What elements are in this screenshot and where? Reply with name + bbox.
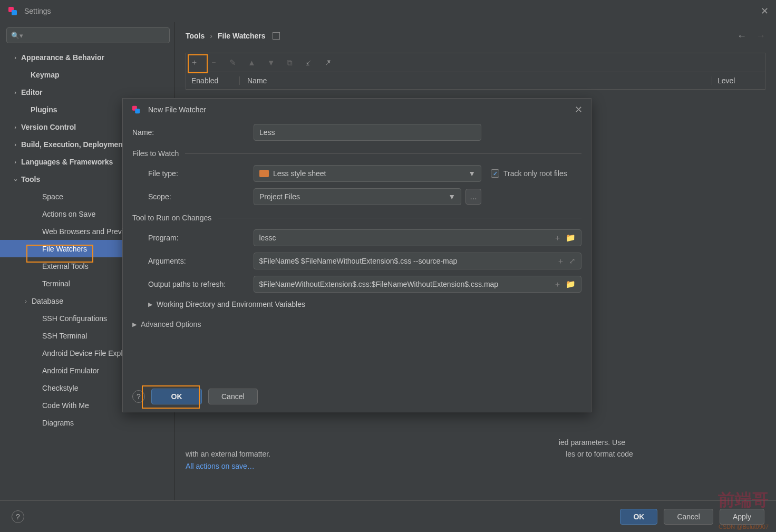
sidebar-item-label: SSH Configurations [42, 314, 107, 323]
arguments-label: Arguments: [148, 257, 254, 265]
sidebar-item-label: Checkstyle [42, 384, 78, 392]
chevron-icon: ⌄ [12, 176, 19, 182]
advanced-options-expander[interactable]: ▶ Advanced Options [132, 320, 581, 328]
sidebar-item-label: External Tools [42, 262, 89, 270]
sidebar-item-label: Plugins [31, 105, 57, 114]
chevron-down-icon: ▼ [448, 192, 455, 201]
browse-folder-icon[interactable]: 📁 [566, 233, 576, 242]
watchers-toolbar: ＋ － ✎ ▲ ▼ ⧉ ⭹ ⭷ [186, 53, 765, 72]
sidebar-item-diagrams[interactable]: Diagrams [0, 414, 174, 431]
scope-browse-button[interactable]: … [465, 189, 481, 205]
sidebar-item-label: Build, Execution, Deployment [21, 140, 125, 149]
sidebar-item-label: Space [42, 192, 63, 201]
breadcrumb-leaf: File Watchers [218, 32, 266, 40]
track-root-label: Track only root files [503, 169, 567, 178]
chevron-icon: › [12, 141, 19, 148]
chevron-down-icon: ▼ [468, 169, 476, 178]
tool-to-run-section: Tool to Run on Changes [132, 214, 211, 222]
program-label: Program: [148, 234, 254, 242]
sidebar-item-label: Diagrams [42, 419, 74, 427]
output-paths-label: Output paths to refresh: [148, 280, 254, 288]
chevron-icon: › [22, 298, 30, 304]
settings-bottombar: ? OK Cancel Apply [0, 500, 776, 532]
program-input[interactable]: lessc ＋ 📁 [254, 229, 582, 246]
titlebar: Settings ✕ [0, 0, 776, 22]
track-root-checkbox[interactable]: ✓ [491, 169, 499, 178]
forward-arrow-icon: → [756, 31, 765, 42]
search-input[interactable]: 🔍▾ [6, 27, 170, 43]
output-paths-input[interactable]: $FileNameWithoutExtension$.css:$FileName… [254, 276, 582, 293]
import-button[interactable]: ⭹ [304, 58, 312, 67]
name-input[interactable]: Less [254, 124, 481, 141]
expand-arrow-icon: ▶ [148, 301, 152, 308]
expand-arrow-icon: ▶ [132, 321, 137, 328]
sidebar-item-keymap[interactable]: Keymap [0, 66, 174, 83]
all-actions-link[interactable]: All actions on save… [186, 460, 765, 472]
app-logo-icon [7, 6, 18, 16]
hint-text: ied parameters. Use with an external for… [186, 437, 765, 472]
main-ok-button[interactable]: OK [620, 509, 657, 525]
sidebar-item-label: Android Emulator [42, 366, 99, 375]
chevron-icon: › [12, 159, 19, 165]
new-watcher-dialog: New File Watcher ✕ Name: Less Files to W… [122, 98, 591, 412]
sidebar-item-label: Languages & Frameworks [21, 158, 113, 166]
sidebar-item-label: Web Browsers and Preview [42, 227, 133, 236]
watermark-csdn: CSDN @Bulut0907 [719, 524, 769, 530]
scope-select[interactable]: Project Files▼ [254, 188, 461, 205]
insert-macro-icon[interactable]: ＋ [554, 233, 561, 242]
copy-button: ⧉ [287, 58, 293, 67]
sidebar-item-label: Terminal [42, 279, 70, 288]
sidebar-item-label: Code With Me [42, 401, 89, 410]
chevron-icon: › [12, 124, 19, 130]
watchers-table-header: Enabled Name Level [186, 72, 765, 90]
file-type-label: File type: [148, 169, 254, 178]
working-directory-expander[interactable]: ▶ Working Directory and Environment Vari… [148, 300, 581, 308]
down-button: ▼ [267, 58, 275, 67]
svg-rect-1 [12, 10, 17, 15]
col-level: Level [712, 76, 765, 85]
browse-folder-icon[interactable]: 📁 [566, 279, 576, 288]
col-enabled: Enabled [186, 76, 240, 85]
add-button[interactable]: ＋ [190, 57, 198, 67]
less-file-icon [259, 170, 269, 177]
help-button[interactable]: ? [12, 510, 24, 523]
sidebar-item-label: Keymap [31, 71, 59, 79]
export-button[interactable]: ⭷ [324, 58, 332, 67]
sidebar-item-label: Tools [21, 175, 40, 183]
expand-icon[interactable]: ⤢ [569, 256, 576, 265]
close-icon[interactable]: ✕ [761, 5, 769, 17]
arguments-input[interactable]: $FileName$ $FileNameWithoutExtension$.cs… [254, 253, 582, 269]
insert-macro-icon[interactable]: ＋ [557, 256, 565, 265]
dialog-close-icon[interactable]: ✕ [575, 104, 583, 115]
sidebar-item-label: SSH Terminal [42, 332, 87, 340]
name-label: Name: [132, 128, 254, 137]
dialog-cancel-button[interactable]: Cancel [208, 389, 258, 404]
dialog-logo-icon [131, 105, 141, 114]
files-to-watch-section: Files to Watch [132, 149, 179, 158]
breadcrumb-root[interactable]: Tools [186, 32, 205, 40]
sidebar-item-label: Appearance & Behavior [21, 53, 104, 62]
edit-button: ✎ [229, 58, 236, 67]
file-type-select[interactable]: Less style sheet ▼ [254, 165, 481, 182]
sidebar-item-label: Actions on Save [42, 210, 95, 218]
main-cancel-button[interactable]: Cancel [664, 509, 713, 525]
sidebar-item-label: Android Device File Explorer [42, 349, 135, 357]
scope-box-icon [273, 32, 280, 40]
window-title: Settings [24, 7, 51, 15]
sidebar-item-appearance-behavior[interactable]: ›Appearance & Behavior [0, 49, 174, 66]
dialog-help-button[interactable]: ? [132, 390, 145, 403]
search-icon: 🔍▾ [11, 32, 23, 40]
dialog-ok-button[interactable]: OK [151, 389, 202, 404]
svg-rect-3 [135, 109, 140, 113]
insert-macro-icon[interactable]: ＋ [554, 279, 561, 288]
sidebar-item-label: Editor [21, 88, 42, 96]
sidebar-item-label: Version Control [21, 123, 76, 131]
back-arrow-icon[interactable]: ← [737, 31, 746, 42]
breadcrumb: Tools › File Watchers ← → [175, 22, 776, 43]
sidebar-item-label: File Watchers [42, 245, 87, 253]
sidebar-item-label: Database [32, 297, 63, 305]
chevron-icon: › [12, 54, 19, 61]
watermark-cn: 前端哥 [718, 489, 769, 512]
chevron-icon: › [12, 89, 19, 95]
dialog-title: New File Watcher [148, 105, 206, 114]
